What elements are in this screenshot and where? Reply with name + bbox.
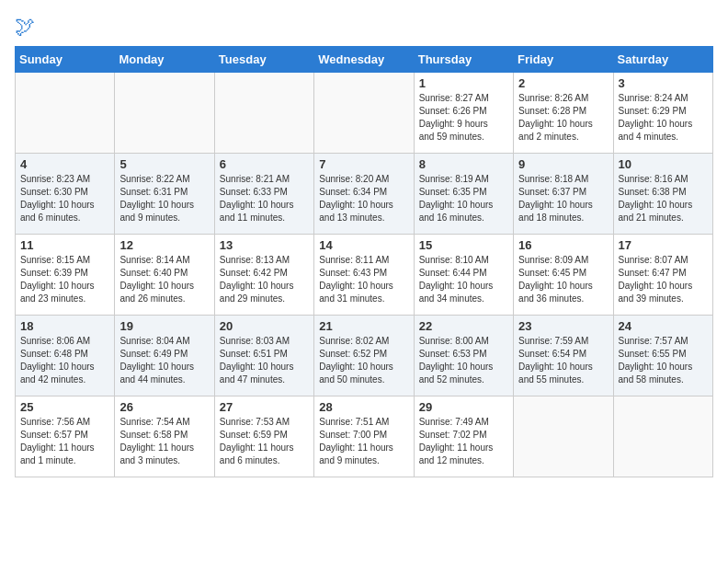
day-info: Sunrise: 8:24 AMSunset: 6:29 PMDaylight:… xyxy=(619,92,708,144)
day-number: 3 xyxy=(619,76,708,90)
day-cell: 14Sunrise: 8:11 AMSunset: 6:43 PMDayligh… xyxy=(314,235,414,316)
day-cell: 8Sunrise: 8:19 AMSunset: 6:35 PMDaylight… xyxy=(414,154,513,235)
day-number: 1 xyxy=(419,76,508,90)
day-number: 18 xyxy=(20,319,109,333)
day-cell xyxy=(16,73,115,154)
day-cell: 15Sunrise: 8:10 AMSunset: 6:44 PMDayligh… xyxy=(414,235,513,316)
column-header-sunday: Sunday xyxy=(16,47,115,73)
day-cell: 22Sunrise: 8:00 AMSunset: 6:53 PMDayligh… xyxy=(414,316,513,396)
day-cell: 21Sunrise: 8:02 AMSunset: 6:52 PMDayligh… xyxy=(314,316,414,396)
day-cell: 24Sunrise: 7:57 AMSunset: 6:55 PMDayligh… xyxy=(613,316,712,396)
day-info: Sunrise: 8:00 AMSunset: 6:53 PMDaylight:… xyxy=(419,335,508,386)
day-number: 20 xyxy=(220,319,309,333)
column-header-tuesday: Tuesday xyxy=(214,47,313,73)
day-number: 16 xyxy=(518,238,608,252)
day-number: 19 xyxy=(119,319,209,333)
column-header-monday: Monday xyxy=(115,47,214,73)
column-header-wednesday: Wednesday xyxy=(314,47,414,73)
logo-bird-icon: 🕊 xyxy=(15,15,35,39)
day-cell: 17Sunrise: 8:07 AMSunset: 6:47 PMDayligh… xyxy=(613,235,712,316)
column-header-friday: Friday xyxy=(514,47,613,73)
day-cell xyxy=(314,73,414,154)
day-number: 5 xyxy=(119,157,209,171)
day-cell: 9Sunrise: 8:18 AMSunset: 6:37 PMDaylight… xyxy=(514,154,613,235)
day-cell: 26Sunrise: 7:54 AMSunset: 6:58 PMDayligh… xyxy=(115,396,214,477)
day-cell: 29Sunrise: 7:49 AMSunset: 7:02 PMDayligh… xyxy=(414,396,513,477)
day-number: 13 xyxy=(220,238,309,252)
day-info: Sunrise: 8:07 AMSunset: 6:47 PMDaylight:… xyxy=(619,254,708,305)
day-cell: 23Sunrise: 7:59 AMSunset: 6:54 PMDayligh… xyxy=(514,316,613,396)
day-number: 6 xyxy=(220,157,309,171)
day-info: Sunrise: 7:51 AMSunset: 7:00 PMDaylight:… xyxy=(319,416,408,467)
day-number: 22 xyxy=(419,319,508,333)
week-row-3: 11Sunrise: 8:15 AMSunset: 6:39 PMDayligh… xyxy=(16,235,713,316)
header-row: SundayMondayTuesdayWednesdayThursdayFrid… xyxy=(16,47,713,73)
logo: 🕊 xyxy=(15,15,35,39)
day-info: Sunrise: 8:14 AMSunset: 6:40 PMDaylight:… xyxy=(119,254,209,305)
day-cell xyxy=(115,73,214,154)
day-number: 8 xyxy=(419,157,508,171)
day-number: 17 xyxy=(619,238,708,252)
day-info: Sunrise: 8:03 AMSunset: 6:51 PMDaylight:… xyxy=(220,335,309,386)
day-cell: 19Sunrise: 8:04 AMSunset: 6:49 PMDayligh… xyxy=(115,316,214,396)
day-number: 7 xyxy=(319,157,408,171)
day-info: Sunrise: 8:04 AMSunset: 6:49 PMDaylight:… xyxy=(119,335,209,386)
day-cell: 1Sunrise: 8:27 AMSunset: 6:26 PMDaylight… xyxy=(414,73,513,154)
day-info: Sunrise: 8:16 AMSunset: 6:38 PMDaylight:… xyxy=(619,173,708,224)
day-cell: 28Sunrise: 7:51 AMSunset: 7:00 PMDayligh… xyxy=(314,396,414,477)
day-cell: 6Sunrise: 8:21 AMSunset: 6:33 PMDaylight… xyxy=(214,154,313,235)
column-header-thursday: Thursday xyxy=(414,47,513,73)
day-cell xyxy=(214,73,313,154)
day-number: 14 xyxy=(319,238,408,252)
day-cell: 25Sunrise: 7:56 AMSunset: 6:57 PMDayligh… xyxy=(16,396,115,477)
day-number: 27 xyxy=(220,400,309,414)
day-number: 15 xyxy=(419,238,508,252)
day-cell: 27Sunrise: 7:53 AMSunset: 6:59 PMDayligh… xyxy=(214,396,313,477)
week-row-1: 1Sunrise: 8:27 AMSunset: 6:26 PMDaylight… xyxy=(16,73,713,154)
day-number: 9 xyxy=(518,157,608,171)
week-row-2: 4Sunrise: 8:23 AMSunset: 6:30 PMDaylight… xyxy=(16,154,713,235)
day-number: 4 xyxy=(20,157,109,171)
day-info: Sunrise: 8:26 AMSunset: 6:28 PMDaylight:… xyxy=(518,92,608,144)
day-cell: 11Sunrise: 8:15 AMSunset: 6:39 PMDayligh… xyxy=(16,235,115,316)
day-number: 28 xyxy=(319,400,408,414)
day-cell: 7Sunrise: 8:20 AMSunset: 6:34 PMDaylight… xyxy=(314,154,414,235)
day-cell: 20Sunrise: 8:03 AMSunset: 6:51 PMDayligh… xyxy=(214,316,313,396)
day-info: Sunrise: 8:21 AMSunset: 6:33 PMDaylight:… xyxy=(220,173,309,224)
day-number: 12 xyxy=(119,238,209,252)
day-cell xyxy=(613,396,712,477)
day-number: 25 xyxy=(20,400,109,414)
day-cell: 3Sunrise: 8:24 AMSunset: 6:29 PMDaylight… xyxy=(613,73,712,154)
day-info: Sunrise: 8:19 AMSunset: 6:35 PMDaylight:… xyxy=(419,173,508,224)
column-header-saturday: Saturday xyxy=(613,47,712,73)
day-number: 29 xyxy=(419,400,508,414)
day-info: Sunrise: 7:56 AMSunset: 6:57 PMDaylight:… xyxy=(20,416,109,467)
day-cell xyxy=(514,396,613,477)
day-number: 2 xyxy=(518,76,608,90)
day-info: Sunrise: 8:23 AMSunset: 6:30 PMDaylight:… xyxy=(20,173,109,224)
day-info: Sunrise: 8:15 AMSunset: 6:39 PMDaylight:… xyxy=(20,254,109,305)
day-cell: 16Sunrise: 8:09 AMSunset: 6:45 PMDayligh… xyxy=(514,235,613,316)
week-row-4: 18Sunrise: 8:06 AMSunset: 6:48 PMDayligh… xyxy=(16,316,713,396)
page-header: 🕊 xyxy=(15,15,713,39)
day-info: Sunrise: 8:10 AMSunset: 6:44 PMDaylight:… xyxy=(419,254,508,305)
day-cell: 4Sunrise: 8:23 AMSunset: 6:30 PMDaylight… xyxy=(16,154,115,235)
day-info: Sunrise: 7:59 AMSunset: 6:54 PMDaylight:… xyxy=(518,335,608,386)
day-number: 26 xyxy=(119,400,209,414)
day-info: Sunrise: 8:20 AMSunset: 6:34 PMDaylight:… xyxy=(319,173,408,224)
day-cell: 13Sunrise: 8:13 AMSunset: 6:42 PMDayligh… xyxy=(214,235,313,316)
day-info: Sunrise: 8:02 AMSunset: 6:52 PMDaylight:… xyxy=(319,335,408,386)
day-info: Sunrise: 8:13 AMSunset: 6:42 PMDaylight:… xyxy=(220,254,309,305)
day-info: Sunrise: 8:27 AMSunset: 6:26 PMDaylight:… xyxy=(419,92,508,144)
calendar-table: SundayMondayTuesdayWednesdayThursdayFrid… xyxy=(15,46,713,477)
day-info: Sunrise: 8:06 AMSunset: 6:48 PMDaylight:… xyxy=(20,335,109,386)
day-number: 10 xyxy=(619,157,708,171)
day-info: Sunrise: 7:53 AMSunset: 6:59 PMDaylight:… xyxy=(220,416,309,467)
day-number: 21 xyxy=(319,319,408,333)
day-cell: 12Sunrise: 8:14 AMSunset: 6:40 PMDayligh… xyxy=(115,235,214,316)
day-cell: 10Sunrise: 8:16 AMSunset: 6:38 PMDayligh… xyxy=(613,154,712,235)
day-info: Sunrise: 8:18 AMSunset: 6:37 PMDaylight:… xyxy=(518,173,608,224)
day-info: Sunrise: 8:11 AMSunset: 6:43 PMDaylight:… xyxy=(319,254,408,305)
day-info: Sunrise: 7:57 AMSunset: 6:55 PMDaylight:… xyxy=(619,335,708,386)
day-cell: 2Sunrise: 8:26 AMSunset: 6:28 PMDaylight… xyxy=(514,73,613,154)
